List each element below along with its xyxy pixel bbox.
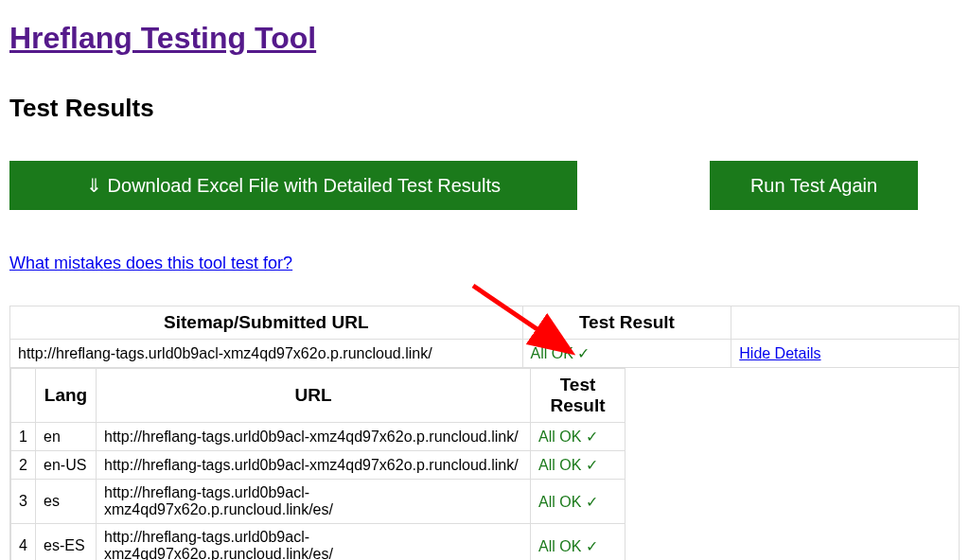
inner-row-lang: en-US [36,451,97,480]
inner-header-num [11,369,36,423]
details-container: Lang URL Test Result 1enhttp://hreflang-… [10,368,960,561]
inner-table-header-row: Lang URL Test Result [11,369,625,423]
checkmark-icon: ✓ [586,538,598,554]
inner-row-lang: es-ES [36,524,97,561]
outer-table-details-row: Lang URL Test Result 1enhttp://hreflang-… [10,368,960,561]
inner-row-num: 3 [11,480,36,524]
inner-header-url: URL [97,369,531,423]
outer-table-header-row: Sitemap/Submitted URL Test Result [10,306,960,340]
inner-row-num: 4 [11,524,36,561]
result-text: All OK [538,494,586,510]
outer-table-row: http://hreflang-tags.urld0b9acl-xmz4qd97… [10,340,960,368]
result-text: All OK [538,429,586,445]
result-text: All OK [538,538,586,554]
checkmark-icon: ✓ [586,429,598,445]
results-inner-table: Lang URL Test Result 1enhttp://hreflang-… [10,368,625,560]
inner-table-row: 1enhttp://hreflang-tags.urld0b9acl-xmz4q… [11,423,625,451]
result-text: All OK [531,345,573,361]
inner-table-row: 4es-EShttp://hreflang-tags.urld0b9acl-xm… [11,524,625,561]
button-row: ⇓ Download Excel File with Detailed Test… [9,161,960,210]
inner-row-result: All OK ✓ [531,451,625,480]
checkmark-icon: ✓ [586,494,598,510]
results-outer-table: Sitemap/Submitted URL Test Result http:/… [9,306,960,560]
outer-row-result: All OK ✓ [522,340,731,368]
inner-row-lang: en [36,423,97,451]
inner-row-lang: es [36,480,97,524]
inner-row-num: 1 [11,423,36,451]
checkmark-icon: ✓ [577,345,590,361]
hide-details-link[interactable]: Hide Details [739,345,820,361]
inner-row-url: http://hreflang-tags.urld0b9acl-xmz4qd97… [97,423,531,451]
inner-header-lang: Lang [36,369,97,423]
inner-row-num: 2 [11,451,36,480]
inner-row-url: http://hreflang-tags.urld0b9acl-xmz4qd97… [97,480,531,524]
outer-row-url: http://hreflang-tags.urld0b9acl-xmz4qd97… [10,340,523,368]
inner-table-row: 3eshttp://hreflang-tags.urld0b9acl-xmz4q… [11,480,625,524]
download-excel-button[interactable]: ⇓ Download Excel File with Detailed Test… [9,161,577,210]
run-test-again-button[interactable]: Run Test Again [710,161,918,210]
outer-header-result: Test Result [522,306,731,340]
inner-table-row: 2en-UShttp://hreflang-tags.urld0b9acl-xm… [11,451,625,480]
result-text: All OK [538,457,586,473]
page-title-link[interactable]: Hreflang Testing Tool [9,21,316,56]
outer-header-url: Sitemap/Submitted URL [10,306,523,340]
outer-row-details-cell: Hide Details [731,340,960,368]
inner-row-result: All OK ✓ [531,480,625,524]
inner-row-url: http://hreflang-tags.urld0b9acl-xmz4qd97… [97,451,531,480]
inner-row-result: All OK ✓ [531,524,625,561]
help-link[interactable]: What mistakes does this tool test for? [9,254,292,273]
page-subheading: Test Results [9,94,960,123]
inner-header-result: Test Result [531,369,625,423]
outer-header-details [731,306,960,340]
checkmark-icon: ✓ [586,457,598,473]
inner-row-result: All OK ✓ [531,423,625,451]
inner-row-url: http://hreflang-tags.urld0b9acl-xmz4qd97… [97,524,531,561]
